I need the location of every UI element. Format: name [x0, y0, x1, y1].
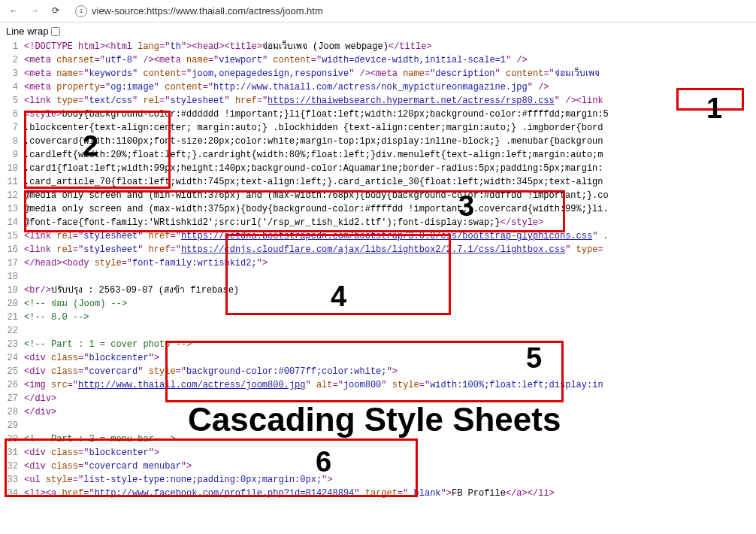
line-content[interactable]: <style>body{background-color:#dddddd !im… [24, 108, 756, 121]
line-content[interactable]: .card1{float:left;width:99px;height:140p… [24, 162, 756, 175]
source-line: 5<link type="text/css" rel="stylesheet" … [0, 94, 756, 108]
line-number: 13 [0, 202, 24, 216]
line-content[interactable]: </div> [24, 392, 756, 405]
source-line: 10.card1{float:left;width:99px;height:14… [0, 162, 756, 175]
linewrap-bar: Line wrap [0, 23, 756, 40]
line-number: 20 [0, 297, 24, 311]
line-content[interactable]: @font-face{font-family:'WRtishkid2';src:… [24, 216, 756, 229]
line-number: 33 [0, 473, 24, 487]
source-line: 13@media only screen and (max-width:375p… [0, 202, 756, 216]
line-content[interactable]: <img src="http://www.thaiall.com/actress… [24, 378, 756, 392]
source-line: 30<!-- Part : 2 = menu bar --> [0, 432, 756, 446]
source-line: 25<div class="covercard" style="backgrou… [0, 365, 756, 378]
line-content[interactable]: .covercard{width:1100px;font-size:20px;c… [24, 135, 756, 148]
line-number: 4 [0, 80, 24, 94]
line-number: 19 [0, 284, 24, 297]
line-content[interactable]: <div class="blockcenter"> [24, 446, 756, 460]
line-number: 16 [0, 243, 24, 256]
source-line: 19<br/>ปรับปรุง : 2563-09-07 (ส่งข้า fir… [0, 284, 756, 297]
line-content[interactable]: <meta name="keywords" content="joom,onep… [24, 67, 756, 80]
source-line: 11.card_article_70{float:left;width:745p… [0, 175, 756, 189]
forward-button[interactable]: → [27, 4, 42, 19]
source-line: 7.blockcenter{text-align:center; margin:… [0, 121, 756, 135]
source-line: 20<!-- จ่อม (Joom) --> [0, 297, 756, 311]
source-line: 8.covercard{width:1100px;font-size:20px;… [0, 135, 756, 148]
line-number: 17 [0, 256, 24, 270]
line-number: 8 [0, 135, 24, 148]
line-number: 34 [0, 487, 24, 500]
line-number: 2 [0, 53, 24, 67]
source-line: 18 [0, 270, 756, 284]
line-number: 15 [0, 229, 24, 243]
line-number: 23 [0, 338, 24, 351]
source-line: 14@font-face{font-family:'WRtishkid2';sr… [0, 216, 756, 229]
url-text: view-source:https://www.thaiall.com/actr… [92, 5, 323, 17]
line-content[interactable]: <!-- Part : 1 = cover photo --> [24, 338, 756, 351]
source-link[interactable]: http://www.facebook.com/profile.php?id=8… [95, 488, 355, 499]
line-content[interactable]: <br/>ปรับปรุง : 2563-09-07 (ส่งข้า fireb… [24, 284, 756, 297]
line-number: 5 [0, 94, 24, 108]
line-content[interactable]: .card_article_70{float:left;width:745px;… [24, 175, 756, 189]
source-line: 31<div class="blockcenter"> [0, 446, 756, 460]
source-line: 22 [0, 324, 756, 338]
line-content[interactable]: .cardleft{width:20%;float:left;}.cardrig… [24, 148, 756, 162]
source-link[interactable]: https://thaiwebsearch.hypermart.net/actr… [268, 96, 555, 106]
source-link[interactable]: https://netdna.bootstrapcdn.com/bootstra… [181, 231, 592, 241]
address-bar[interactable]: i view-source:https://www.thaiall.com/ac… [69, 4, 750, 19]
line-number: 32 [0, 460, 24, 473]
source-line: 24<div class="blockcenter"> [0, 351, 756, 365]
line-number: 22 [0, 324, 24, 338]
line-number: 18 [0, 270, 24, 284]
site-info-icon[interactable]: i [75, 5, 87, 17]
line-number: 24 [0, 351, 24, 365]
line-number: 27 [0, 392, 24, 405]
source-link[interactable]: https://cdnjs.cloudflare.com/ajax/libs/l… [181, 244, 565, 255]
line-content[interactable]: <!-- จ่อม (Joom) --> [24, 297, 756, 311]
linewrap-checkbox[interactable] [51, 27, 60, 36]
source-line: 4<meta property="og:image" content="http… [0, 80, 756, 94]
line-content[interactable]: @media only screen and (min-width:376px)… [24, 189, 756, 202]
line-content[interactable]: <link type="text/css" rel="stylesheet" h… [24, 94, 756, 108]
source-line: 16<link rel="stylesheet" href="https://c… [0, 243, 756, 256]
source-line: 33<ul style="list-style-type:none;paddin… [0, 473, 756, 487]
line-content[interactable]: <div class="covercard" style="background… [24, 365, 756, 378]
line-number: 3 [0, 67, 24, 80]
line-content[interactable]: <!DOCTYPE html><html lang="th"><head><ti… [24, 40, 756, 53]
line-number: 28 [0, 405, 24, 419]
line-content[interactable]: <li><a href="http://www.facebook.com/pro… [24, 487, 756, 500]
back-button[interactable]: ← [6, 4, 21, 19]
line-content[interactable]: .blockcenter{text-align:center; margin:a… [24, 121, 756, 135]
line-number: 12 [0, 189, 24, 202]
line-number: 14 [0, 216, 24, 229]
source-line: 29 [0, 419, 756, 432]
line-content[interactable]: <ul style="list-style-type:none;padding:… [24, 473, 756, 487]
line-content[interactable]: <!-- 8.0 --> [24, 311, 756, 324]
line-number: 26 [0, 378, 24, 392]
line-content[interactable]: </head><body style="font-family:wrtishki… [24, 256, 756, 270]
browser-toolbar: ← → ⟳ i view-source:https://www.thaiall.… [0, 0, 756, 23]
source-line: 9.cardleft{width:20%;float:left;}.cardri… [0, 148, 756, 162]
source-line: 32<div class="covercard menubar"> [0, 460, 756, 473]
line-content[interactable]: <div class="blockcenter"> [24, 351, 756, 365]
line-number: 11 [0, 175, 24, 189]
source-line: 2<meta charset="utf-8" /><meta name="vie… [0, 53, 756, 67]
source-line: 21<!-- 8.0 --> [0, 311, 756, 324]
line-number: 1 [0, 40, 24, 53]
line-number: 10 [0, 162, 24, 175]
line-content[interactable]: @media only screen and (max-width:375px)… [24, 202, 756, 216]
reload-button[interactable]: ⟳ [48, 4, 63, 19]
line-content[interactable]: </div> [24, 405, 756, 419]
line-number: 30 [0, 432, 24, 446]
line-number: 25 [0, 365, 24, 378]
line-content[interactable]: <link rel="stylesheet" href="https://net… [24, 229, 756, 243]
source-line: 1<!DOCTYPE html><html lang="th"><head><t… [0, 40, 756, 53]
source-line: 34<li><a href="http://www.facebook.com/p… [0, 487, 756, 500]
source-line: 26<img src="http://www.thaiall.com/actre… [0, 378, 756, 392]
line-content[interactable]: <link rel="stylesheet" href="https://cdn… [24, 243, 756, 256]
line-content[interactable]: <div class="covercard menubar"> [24, 460, 756, 473]
line-content[interactable]: <meta charset="utf-8" /><meta name="view… [24, 53, 756, 67]
source-link[interactable]: http://www.thaiall.com/actress/joom800.j… [78, 380, 305, 390]
source-line: 6<style>body{background-color:#dddddd !i… [0, 108, 756, 121]
line-content[interactable]: <meta property="og:image" content="http:… [24, 80, 756, 94]
line-content[interactable]: <!-- Part : 2 = menu bar --> [24, 432, 756, 446]
